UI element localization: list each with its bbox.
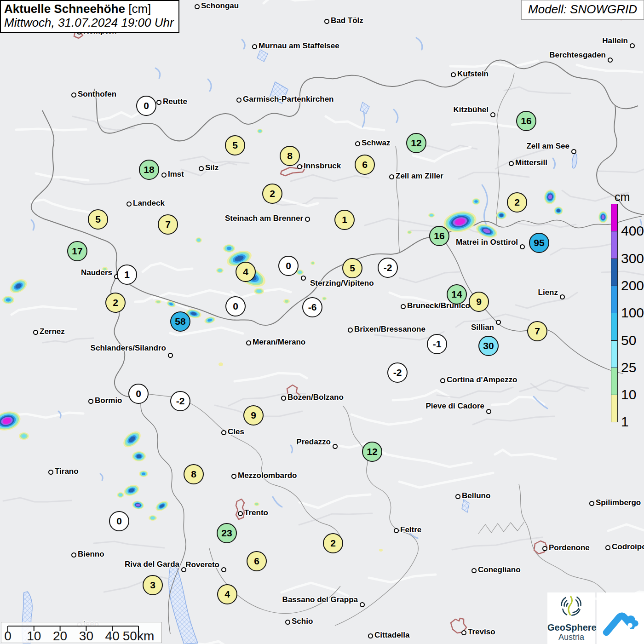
city-marker [297, 164, 302, 169]
city-label: Matrei in Osttirol [456, 238, 518, 247]
geosphere-logo-name: GeoSphere [547, 623, 595, 632]
city-label: Cittadella [374, 631, 410, 640]
city-marker [630, 43, 635, 48]
station-snow-depth-value: -2 [378, 258, 398, 278]
snow-patch [602, 215, 605, 219]
station-snow-depth-value: 14 [447, 284, 467, 305]
station-snow-depth-value: 1 [117, 264, 137, 285]
station-snow-depth-value: -2 [387, 362, 408, 383]
city-marker [126, 201, 132, 207]
city-label: Sterzing/Vipiteno [310, 279, 374, 288]
snow-patch [323, 298, 326, 300]
city-marker [401, 304, 406, 309]
city-label: Sillian [471, 323, 494, 332]
city-marker [560, 294, 565, 299]
city-label: Innsbruck [304, 161, 341, 171]
city-marker [542, 546, 547, 551]
city-label: Brixen/Bressanone [354, 325, 426, 334]
station-snow-depth-value: 8 [280, 146, 300, 166]
city-marker [231, 474, 236, 479]
station-snow-depth-value: 3 [143, 575, 163, 595]
city-label: Belluno [462, 491, 490, 500]
city-label: Tirano [55, 467, 79, 476]
station-snow-depth-value: 0 [109, 511, 129, 531]
legend-color-segment [611, 204, 618, 231]
city-label: Lienz [538, 288, 558, 297]
city-marker [451, 72, 456, 77]
station-snow-depth-value: 9 [469, 292, 489, 312]
city-label: Schongau [201, 1, 239, 11]
snow-patch [474, 200, 477, 203]
city-marker [71, 552, 76, 558]
snow-patch [227, 247, 231, 250]
city-marker [605, 545, 610, 550]
geosphere-logo-icon [557, 592, 586, 621]
avalanche-service-logo [597, 592, 644, 644]
city-label: Bassano del Grappa [282, 595, 358, 604]
city-marker [305, 217, 310, 222]
scalebar-label: 10 [27, 629, 41, 644]
station-snow-depth-value: 2 [262, 184, 282, 204]
station-snow-depth-value: 2 [323, 533, 343, 553]
city-marker [33, 330, 38, 335]
city-marker [509, 161, 514, 166]
snow-depth-map: SchongauBad TölzKemptenMurnau am Staffel… [0, 0, 644, 644]
city-label: Rovereto [185, 560, 219, 569]
city-label: Nauders [81, 268, 112, 277]
city-label: Zell am Ziller [396, 172, 443, 181]
city-label: Kufstein [457, 69, 489, 79]
city-label: Garmisch-Partenkirchen [243, 95, 334, 104]
city-label: Schio [292, 617, 313, 626]
city-marker [490, 112, 495, 117]
city-label: Murnau am Staffelsee [259, 41, 339, 51]
city-marker [333, 444, 338, 449]
city-label: Cortina d'Ampezzo [447, 375, 517, 385]
city-marker [199, 166, 204, 171]
legend-tick-label: 50 [621, 333, 636, 348]
city-label: Codroipo [612, 542, 644, 552]
scalebar-label: 50km [123, 629, 154, 644]
city-label: Riva del Garda [125, 560, 179, 569]
city-label: Bozen/Bolzano [288, 393, 344, 402]
city-label: Mittersill [515, 158, 547, 167]
city-label: Schlanders/Silandro [91, 344, 166, 353]
station-snow-depth-value: 8 [184, 464, 204, 484]
station-snow-depth-value: 7 [158, 214, 178, 235]
city-label: Feltre [400, 525, 421, 535]
map-title: Aktuelle Schneehöhe [cm] [4, 2, 174, 16]
city-label: Bormio [95, 396, 122, 405]
map-scalebar: 01020304050km [1, 622, 162, 643]
city-marker [461, 630, 466, 635]
station-snow-depth-value: -6 [302, 297, 322, 317]
snow-patch [119, 494, 122, 496]
city-marker [348, 328, 353, 333]
city-marker [221, 430, 226, 435]
city-marker [368, 633, 373, 638]
snow-patch [311, 262, 314, 264]
city-label: Kitzbühel [454, 105, 489, 115]
city-marker [195, 4, 200, 9]
city-marker [285, 620, 290, 625]
station-snow-depth-value: 6 [247, 551, 267, 571]
snow-patch [557, 209, 560, 212]
snow-patch [408, 231, 411, 234]
city-label: Trento [244, 508, 268, 518]
scalebar-label: 20 [53, 629, 67, 644]
city-marker [440, 378, 445, 383]
city-marker [71, 92, 76, 98]
snow-patch [218, 269, 221, 272]
snow-patch [142, 472, 145, 475]
city-label: Silz [205, 163, 218, 172]
station-snow-depth-value: 58 [170, 311, 190, 332]
model-label: Modell: SNOWGRID [521, 0, 644, 20]
city-label: Pordenone [549, 543, 590, 552]
legend-tick-label: 10 [621, 387, 636, 402]
snow-patch [257, 290, 261, 293]
city-label: Pieve di Cadore [426, 402, 484, 411]
station-snow-depth-value: 9 [243, 405, 264, 426]
station-snow-depth-value: 16 [429, 226, 449, 246]
legend-color-segment [611, 368, 618, 395]
city-marker [355, 141, 360, 146]
city-marker [156, 100, 161, 105]
city-label: Bienno [78, 550, 104, 559]
